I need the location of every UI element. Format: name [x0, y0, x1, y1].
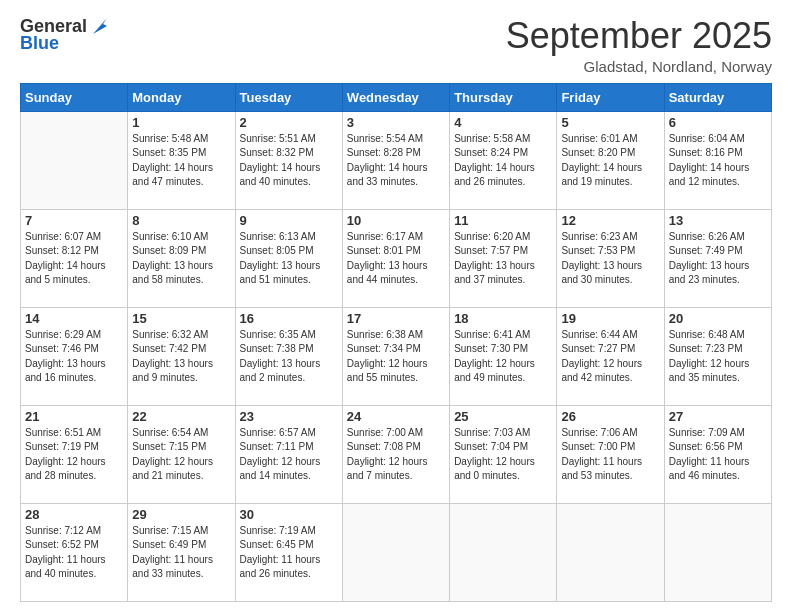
table-row	[342, 503, 449, 601]
day-info: Sunrise: 6:01 AMSunset: 8:20 PMDaylight:…	[561, 132, 659, 190]
day-info: Sunrise: 6:17 AMSunset: 8:01 PMDaylight:…	[347, 230, 445, 288]
day-info: Sunrise: 6:54 AMSunset: 7:15 PMDaylight:…	[132, 426, 230, 484]
table-row: 5Sunrise: 6:01 AMSunset: 8:20 PMDaylight…	[557, 111, 664, 209]
day-number: 4	[454, 115, 552, 130]
day-number: 20	[669, 311, 767, 326]
day-info: Sunrise: 5:51 AMSunset: 8:32 PMDaylight:…	[240, 132, 338, 190]
day-info: Sunrise: 6:51 AMSunset: 7:19 PMDaylight:…	[25, 426, 123, 484]
day-info: Sunrise: 7:00 AMSunset: 7:08 PMDaylight:…	[347, 426, 445, 484]
table-row: 25Sunrise: 7:03 AMSunset: 7:04 PMDayligh…	[450, 405, 557, 503]
day-info: Sunrise: 6:20 AMSunset: 7:57 PMDaylight:…	[454, 230, 552, 288]
day-number: 13	[669, 213, 767, 228]
day-info: Sunrise: 6:26 AMSunset: 7:49 PMDaylight:…	[669, 230, 767, 288]
table-row: 3Sunrise: 5:54 AMSunset: 8:28 PMDaylight…	[342, 111, 449, 209]
table-row: 27Sunrise: 7:09 AMSunset: 6:56 PMDayligh…	[664, 405, 771, 503]
day-info: Sunrise: 5:58 AMSunset: 8:24 PMDaylight:…	[454, 132, 552, 190]
logo-blue: Blue	[20, 34, 59, 54]
day-number: 12	[561, 213, 659, 228]
day-number: 3	[347, 115, 445, 130]
table-row: 2Sunrise: 5:51 AMSunset: 8:32 PMDaylight…	[235, 111, 342, 209]
table-row	[21, 111, 128, 209]
table-row: 9Sunrise: 6:13 AMSunset: 8:05 PMDaylight…	[235, 209, 342, 307]
day-info: Sunrise: 7:12 AMSunset: 6:52 PMDaylight:…	[25, 524, 123, 582]
table-row: 20Sunrise: 6:48 AMSunset: 7:23 PMDayligh…	[664, 307, 771, 405]
day-number: 7	[25, 213, 123, 228]
day-number: 28	[25, 507, 123, 522]
day-number: 2	[240, 115, 338, 130]
table-row: 11Sunrise: 6:20 AMSunset: 7:57 PMDayligh…	[450, 209, 557, 307]
day-info: Sunrise: 7:03 AMSunset: 7:04 PMDaylight:…	[454, 426, 552, 484]
table-row: 14Sunrise: 6:29 AMSunset: 7:46 PMDayligh…	[21, 307, 128, 405]
table-row: 18Sunrise: 6:41 AMSunset: 7:30 PMDayligh…	[450, 307, 557, 405]
day-info: Sunrise: 6:07 AMSunset: 8:12 PMDaylight:…	[25, 230, 123, 288]
table-row: 10Sunrise: 6:17 AMSunset: 8:01 PMDayligh…	[342, 209, 449, 307]
table-row	[557, 503, 664, 601]
table-row: 13Sunrise: 6:26 AMSunset: 7:49 PMDayligh…	[664, 209, 771, 307]
day-info: Sunrise: 5:54 AMSunset: 8:28 PMDaylight:…	[347, 132, 445, 190]
day-info: Sunrise: 6:57 AMSunset: 7:11 PMDaylight:…	[240, 426, 338, 484]
day-info: Sunrise: 7:06 AMSunset: 7:00 PMDaylight:…	[561, 426, 659, 484]
day-info: Sunrise: 6:38 AMSunset: 7:34 PMDaylight:…	[347, 328, 445, 386]
col-sunday: Sunday	[21, 83, 128, 111]
day-info: Sunrise: 6:10 AMSunset: 8:09 PMDaylight:…	[132, 230, 230, 288]
table-row: 4Sunrise: 5:58 AMSunset: 8:24 PMDaylight…	[450, 111, 557, 209]
day-number: 16	[240, 311, 338, 326]
table-row: 30Sunrise: 7:19 AMSunset: 6:45 PMDayligh…	[235, 503, 342, 601]
table-row	[450, 503, 557, 601]
day-number: 26	[561, 409, 659, 424]
day-number: 1	[132, 115, 230, 130]
month-title: September 2025	[506, 16, 772, 56]
top-section: General Blue September 2025 Gladstad, No…	[20, 16, 772, 75]
table-row: 8Sunrise: 6:10 AMSunset: 8:09 PMDaylight…	[128, 209, 235, 307]
day-number: 9	[240, 213, 338, 228]
day-number: 22	[132, 409, 230, 424]
day-number: 29	[132, 507, 230, 522]
table-row: 12Sunrise: 6:23 AMSunset: 7:53 PMDayligh…	[557, 209, 664, 307]
day-info: Sunrise: 6:29 AMSunset: 7:46 PMDaylight:…	[25, 328, 123, 386]
table-row: 21Sunrise: 6:51 AMSunset: 7:19 PMDayligh…	[21, 405, 128, 503]
day-number: 6	[669, 115, 767, 130]
day-info: Sunrise: 6:32 AMSunset: 7:42 PMDaylight:…	[132, 328, 230, 386]
col-wednesday: Wednesday	[342, 83, 449, 111]
col-thursday: Thursday	[450, 83, 557, 111]
logo-icon	[89, 16, 111, 38]
day-number: 23	[240, 409, 338, 424]
table-row: 22Sunrise: 6:54 AMSunset: 7:15 PMDayligh…	[128, 405, 235, 503]
day-number: 5	[561, 115, 659, 130]
logo: General Blue	[20, 16, 111, 54]
day-info: Sunrise: 6:44 AMSunset: 7:27 PMDaylight:…	[561, 328, 659, 386]
day-info: Sunrise: 6:41 AMSunset: 7:30 PMDaylight:…	[454, 328, 552, 386]
day-info: Sunrise: 6:04 AMSunset: 8:16 PMDaylight:…	[669, 132, 767, 190]
day-number: 10	[347, 213, 445, 228]
table-row: 19Sunrise: 6:44 AMSunset: 7:27 PMDayligh…	[557, 307, 664, 405]
col-monday: Monday	[128, 83, 235, 111]
calendar-header-row: Sunday Monday Tuesday Wednesday Thursday…	[21, 83, 772, 111]
day-info: Sunrise: 7:09 AMSunset: 6:56 PMDaylight:…	[669, 426, 767, 484]
day-info: Sunrise: 6:35 AMSunset: 7:38 PMDaylight:…	[240, 328, 338, 386]
col-saturday: Saturday	[664, 83, 771, 111]
day-number: 25	[454, 409, 552, 424]
day-number: 8	[132, 213, 230, 228]
day-info: Sunrise: 5:48 AMSunset: 8:35 PMDaylight:…	[132, 132, 230, 190]
table-row: 16Sunrise: 6:35 AMSunset: 7:38 PMDayligh…	[235, 307, 342, 405]
table-row: 15Sunrise: 6:32 AMSunset: 7:42 PMDayligh…	[128, 307, 235, 405]
day-number: 15	[132, 311, 230, 326]
day-number: 21	[25, 409, 123, 424]
table-row: 6Sunrise: 6:04 AMSunset: 8:16 PMDaylight…	[664, 111, 771, 209]
day-info: Sunrise: 6:13 AMSunset: 8:05 PMDaylight:…	[240, 230, 338, 288]
day-number: 24	[347, 409, 445, 424]
table-row: 26Sunrise: 7:06 AMSunset: 7:00 PMDayligh…	[557, 405, 664, 503]
day-info: Sunrise: 6:48 AMSunset: 7:23 PMDaylight:…	[669, 328, 767, 386]
table-row: 28Sunrise: 7:12 AMSunset: 6:52 PMDayligh…	[21, 503, 128, 601]
table-row	[664, 503, 771, 601]
day-info: Sunrise: 7:15 AMSunset: 6:49 PMDaylight:…	[132, 524, 230, 582]
calendar: Sunday Monday Tuesday Wednesday Thursday…	[20, 83, 772, 602]
day-number: 17	[347, 311, 445, 326]
day-number: 18	[454, 311, 552, 326]
col-friday: Friday	[557, 83, 664, 111]
table-row: 1Sunrise: 5:48 AMSunset: 8:35 PMDaylight…	[128, 111, 235, 209]
day-number: 11	[454, 213, 552, 228]
page: General Blue September 2025 Gladstad, No…	[0, 0, 792, 612]
table-row: 23Sunrise: 6:57 AMSunset: 7:11 PMDayligh…	[235, 405, 342, 503]
day-info: Sunrise: 6:23 AMSunset: 7:53 PMDaylight:…	[561, 230, 659, 288]
